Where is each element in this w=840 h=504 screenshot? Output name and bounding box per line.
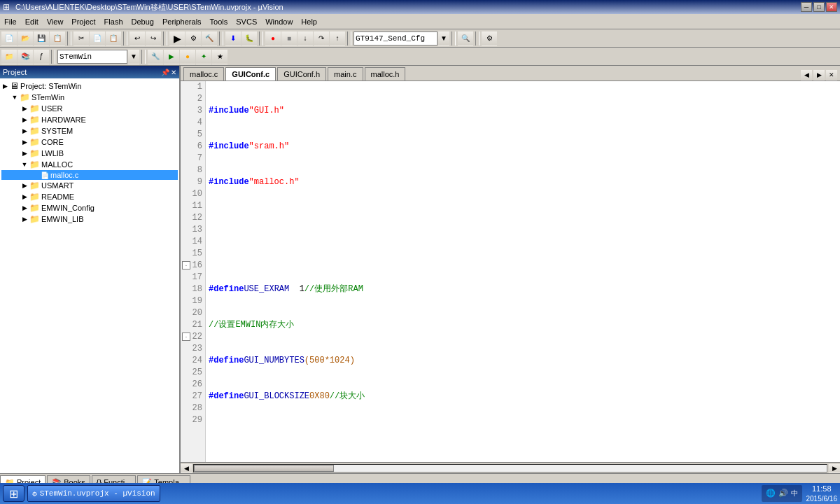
- menu-debug[interactable]: Debug: [127, 14, 158, 29]
- save-all-btn[interactable]: 📋: [50, 31, 65, 46]
- save-btn[interactable]: 💾: [34, 31, 49, 46]
- menu-svcs[interactable]: SVCS: [232, 14, 261, 29]
- uvision-icon: ⚙: [32, 489, 37, 498]
- tree-emwin-lib-label: EMWIN_LIB: [41, 215, 84, 223]
- user-expand-icon: ▶: [21, 105, 28, 112]
- network-icon[interactable]: 🌐: [766, 489, 776, 498]
- stop-debug-btn[interactable]: ■: [281, 31, 297, 46]
- stemwin-expand-icon: ▼: [11, 94, 18, 101]
- tree-stemwin[interactable]: ▼ 📁 STemWin: [1, 92, 178, 103]
- build-btn[interactable]: ▶: [169, 31, 185, 46]
- tree-hardware-label: HARDWARE: [41, 115, 86, 124]
- taskbar: ⊞ ⚙ STemWin.uvprojx - µVision 🌐 🔊 中 11:5…: [0, 483, 840, 504]
- panel-pin[interactable]: 📌: [161, 69, 169, 76]
- new-file-btn[interactable]: 📄: [1, 31, 17, 46]
- step-over-btn[interactable]: ↷: [314, 31, 329, 46]
- taskbar-app-uvision[interactable]: ⚙ STemWin.uvprojx - µVision: [27, 485, 160, 502]
- redo-btn[interactable]: ↪: [146, 31, 161, 46]
- tree-malloc-label: MALLOC: [41, 160, 73, 169]
- code-line-3: #include "malloc.h": [209, 176, 837, 188]
- tab-main-c[interactable]: main.c: [328, 67, 363, 80]
- flash-btn[interactable]: ⬇: [225, 31, 241, 46]
- func-btn[interactable]: ƒ: [34, 49, 49, 64]
- menu-help[interactable]: Help: [297, 14, 321, 29]
- tree-emwin-lib[interactable]: ▶ 📁 EMWIN_LIB: [1, 214, 178, 225]
- tree-lwlib[interactable]: ▶ 📁 LWLIB: [1, 148, 178, 159]
- stemwin-arrow[interactable]: ▼: [128, 49, 139, 64]
- tab-scroll-right[interactable]: ▶: [813, 69, 825, 80]
- tb2-btn4[interactable]: ✦: [196, 49, 211, 64]
- tb2-btn2[interactable]: ▶: [164, 49, 179, 64]
- step-out-btn[interactable]: ↑: [330, 31, 345, 46]
- fold-box-16[interactable]: -: [182, 261, 190, 270]
- tab-guiconf-c[interactable]: GUIConf.c: [225, 67, 276, 80]
- tree-system[interactable]: ▶ 📁 SYSTEM: [1, 125, 178, 136]
- proj-btn[interactable]: 📁: [1, 49, 17, 64]
- start-button[interactable]: ⊞: [3, 485, 24, 502]
- compile-btn[interactable]: ⚙: [186, 31, 201, 46]
- hscroll-thumb[interactable]: [194, 465, 334, 472]
- menu-edit[interactable]: Edit: [21, 14, 43, 29]
- tree-user[interactable]: ▶ 📁 USER: [1, 103, 178, 114]
- start-debug-btn[interactable]: ●: [265, 31, 281, 46]
- tree-core[interactable]: ▶ 📁 CORE: [1, 136, 178, 148]
- tab-scroll-left[interactable]: ◀: [801, 69, 812, 80]
- clock: 11:58 2015/6/16: [806, 484, 838, 503]
- minimize-button[interactable]: ─: [801, 2, 812, 12]
- toolbar-1: 📄 📂 💾 📋 ✂ 📄 📋 ↩ ↪ ▶ ⚙ 🔨 ⬇ 🐛 ● ■ ↓ ↷ ↑ GT…: [0, 29, 840, 48]
- hscroll-track[interactable]: [193, 464, 827, 472]
- target-dropdown[interactable]: GT9147_Send_Cfg: [354, 31, 438, 46]
- menu-view[interactable]: View: [43, 14, 68, 29]
- tb2-btn1[interactable]: 🔧: [148, 49, 163, 64]
- panel-close-btn[interactable]: ✕: [171, 69, 176, 76]
- tree-hardware[interactable]: ▶ 📁 HARDWARE: [1, 114, 178, 125]
- code-container[interactable]: 1 2 3 4 5 6 7 8 9 10 11 12 13 14 15 16- …: [181, 81, 840, 462]
- hscroll-right[interactable]: ▶: [829, 463, 840, 473]
- hscroll-left[interactable]: ◀: [181, 463, 192, 473]
- tab-malloc-c[interactable]: malloc.c: [183, 67, 224, 80]
- tab-malloc-h[interactable]: malloc.h: [365, 67, 406, 80]
- fold-box-22[interactable]: -: [182, 332, 190, 341]
- undo-btn[interactable]: ↩: [130, 31, 145, 46]
- books-btn[interactable]: 📚: [18, 49, 33, 64]
- tb2-btn5[interactable]: ★: [212, 49, 227, 64]
- line-numbers: 1 2 3 4 5 6 7 8 9 10 11 12 13 14 15 16- …: [181, 81, 206, 462]
- dropdown-arrow[interactable]: ▼: [438, 31, 449, 46]
- horizontal-scroll[interactable]: ◀ ▶: [181, 462, 840, 473]
- ln-29: 29: [183, 414, 202, 426]
- lang-indicator[interactable]: 中: [791, 489, 798, 498]
- rebuild-btn[interactable]: 🔨: [202, 31, 217, 46]
- menu-file[interactable]: File: [0, 14, 21, 29]
- paste-btn[interactable]: 📋: [106, 31, 121, 46]
- tree-root[interactable]: ▶ 🖥 Project: STemWin: [1, 80, 178, 92]
- menu-project[interactable]: Project: [67, 14, 99, 29]
- settings-btn[interactable]: ⚙: [482, 31, 497, 46]
- tree-readme[interactable]: ▶ 📁 README: [1, 191, 178, 202]
- menu-window[interactable]: Window: [261, 14, 297, 29]
- tree-usmart[interactable]: ▶ 📁 USMART: [1, 180, 178, 191]
- copy-btn[interactable]: 📄: [90, 31, 105, 46]
- stemwin-dropdown[interactable]: STemWin: [57, 50, 127, 64]
- restore-button[interactable]: □: [813, 2, 825, 12]
- tree-malloc[interactable]: ▼ 📁 MALLOC: [1, 159, 178, 170]
- cut-btn[interactable]: ✂: [74, 31, 89, 46]
- tb2-btn3[interactable]: ●: [180, 49, 195, 64]
- step-btn[interactable]: ↓: [298, 31, 313, 46]
- code-line-6: #define USE_EXRAM 1//使用外部RAM: [209, 284, 837, 295]
- user-folder-icon: 📁: [29, 104, 40, 113]
- tab-close[interactable]: ✕: [826, 69, 837, 80]
- tab-guiconf-h[interactable]: GUIConf.h: [277, 67, 326, 80]
- tree-emwin-config[interactable]: ▶ 📁 EMWIN_Config: [1, 202, 178, 214]
- ln-24: 24: [183, 355, 202, 367]
- core-folder-icon: 📁: [29, 137, 40, 147]
- tree-malloc-c[interactable]: 📄 malloc.c: [1, 170, 178, 180]
- menu-tools[interactable]: Tools: [206, 14, 232, 29]
- menu-flash[interactable]: Flash: [100, 14, 127, 29]
- close-button[interactable]: ✕: [826, 2, 837, 12]
- open-btn[interactable]: 📂: [18, 31, 33, 46]
- code-content[interactable]: #include "GUI.h" #include "sram.h" #incl…: [206, 81, 840, 462]
- menu-peripherals[interactable]: Peripherals: [158, 14, 206, 29]
- find-btn[interactable]: 🔍: [458, 31, 473, 46]
- debug-btn[interactable]: 🐛: [241, 31, 257, 46]
- volume-icon[interactable]: 🔊: [778, 489, 788, 498]
